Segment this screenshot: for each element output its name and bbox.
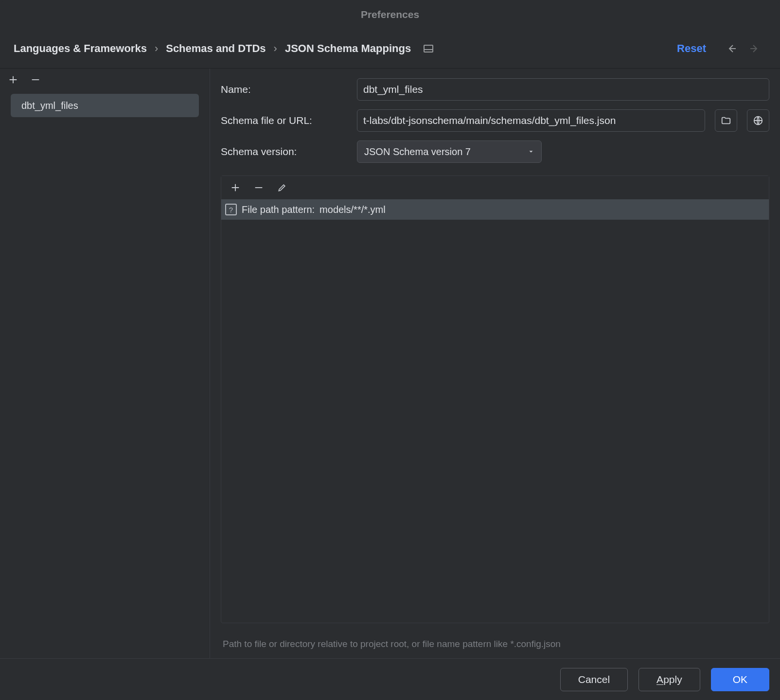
reset-link[interactable]: Reset bbox=[677, 42, 706, 55]
window-title: Preferences bbox=[361, 9, 419, 20]
breadcrumb: Languages & Frameworks › Schemas and DTD… bbox=[14, 42, 433, 55]
breadcrumb-item[interactable]: Schemas and DTDs bbox=[166, 42, 266, 55]
dialog-footer: Cancel Apply OK bbox=[0, 658, 780, 700]
browse-url-button[interactable] bbox=[747, 109, 769, 132]
cancel-button-label: Cancel bbox=[578, 674, 610, 685]
schema-version-select[interactable]: JSON Schema version 7 bbox=[357, 140, 542, 163]
preferences-window: Preferences Languages & Frameworks › Sch… bbox=[0, 0, 780, 700]
pattern-type-icon: ? bbox=[225, 204, 237, 215]
schema-file-input[interactable] bbox=[357, 109, 705, 132]
pattern-value: models/**/*.yml bbox=[319, 204, 386, 215]
chevron-down-icon bbox=[528, 146, 534, 158]
name-input[interactable] bbox=[357, 78, 769, 101]
pattern-hint: Path to file or directory relative to pr… bbox=[221, 632, 769, 658]
pattern-row[interactable]: ? File path pattern: models/**/*.yml bbox=[221, 199, 769, 220]
chevron-right-icon: › bbox=[274, 42, 277, 55]
ok-button[interactable]: OK bbox=[711, 668, 769, 691]
schema-list-toolbar bbox=[0, 69, 210, 91]
apply-button[interactable]: Apply bbox=[638, 668, 700, 691]
schema-list-item[interactable]: dbt_yml_files bbox=[11, 94, 199, 117]
panel-icon bbox=[424, 45, 433, 52]
pattern-list: ? File path pattern: models/**/*.yml bbox=[221, 199, 769, 623]
schema-list-sidebar: dbt_yml_files bbox=[0, 69, 210, 658]
schema-file-label: Schema file or URL: bbox=[221, 115, 347, 126]
remove-schema-button[interactable] bbox=[27, 71, 44, 88]
schema-version-value: JSON Schema version 7 bbox=[364, 146, 471, 158]
preferences-body: dbt_yml_files Name: Schema file or URL: bbox=[0, 68, 780, 658]
pattern-prefix: File path pattern: bbox=[242, 204, 315, 215]
schema-detail-panel: Name: Schema file or URL: Schema version… bbox=[210, 69, 780, 658]
window-titlebar: Preferences bbox=[0, 0, 780, 29]
preferences-header: Languages & Frameworks › Schemas and DTD… bbox=[0, 29, 780, 68]
browse-file-button[interactable] bbox=[715, 109, 737, 132]
schema-list: dbt_yml_files bbox=[0, 91, 210, 658]
breadcrumb-item[interactable]: JSON Schema Mappings bbox=[285, 42, 411, 55]
ok-button-label: OK bbox=[733, 674, 747, 685]
apply-button-label: Apply bbox=[656, 674, 682, 685]
cancel-button[interactable]: Cancel bbox=[560, 668, 628, 691]
edit-pattern-button[interactable] bbox=[274, 179, 290, 196]
chevron-right-icon: › bbox=[155, 42, 158, 55]
name-label: Name: bbox=[221, 84, 347, 95]
schema-list-item-label: dbt_yml_files bbox=[21, 100, 78, 111]
add-schema-button[interactable] bbox=[5, 71, 21, 88]
pattern-panel: ? File path pattern: models/**/*.yml bbox=[221, 175, 769, 623]
remove-pattern-button[interactable] bbox=[250, 179, 267, 196]
nav-forward-button[interactable] bbox=[748, 42, 762, 55]
breadcrumb-item[interactable]: Languages & Frameworks bbox=[14, 42, 147, 55]
add-pattern-button[interactable] bbox=[227, 179, 244, 196]
schema-version-label: Schema version: bbox=[221, 146, 347, 158]
pattern-toolbar bbox=[221, 176, 769, 199]
nav-back-button[interactable] bbox=[725, 42, 738, 55]
